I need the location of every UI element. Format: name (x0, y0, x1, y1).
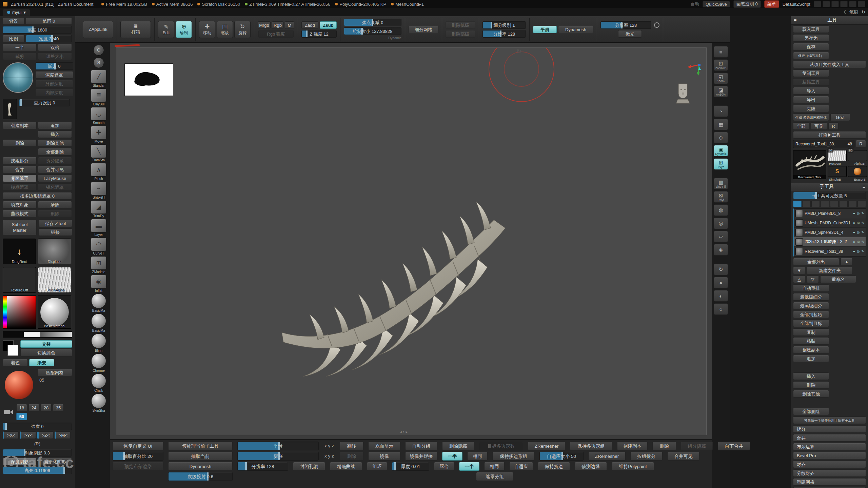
bottom-control[interactable]: 封闭孔洞 (293, 462, 325, 471)
subtool-action[interactable]: 粘贴 (793, 337, 829, 345)
bottom-control[interactable]: 合并可见 (667, 452, 699, 461)
paint-icon[interactable]: ✎ (862, 249, 864, 253)
brush-displace-thumbnail[interactable]: Displace (38, 239, 71, 264)
bottom-control[interactable]: 抽取百分比 20 (113, 452, 163, 461)
visibility-tab[interactable] (839, 201, 848, 207)
panel-control[interactable]: 裁剪 (3, 53, 37, 60)
bottom-control[interactable]: 双面显示 (368, 442, 400, 450)
bottom-control[interactable]: 相同 (484, 462, 505, 471)
viewport-toggle-icon[interactable]: ⊠ Polyf (714, 191, 728, 203)
bottom-control[interactable]: 自适应大小 50 (539, 452, 584, 461)
panel-control[interactable]: 追加 (38, 122, 72, 129)
subtool-item[interactable]: 2025.12.1 骷髅骑士2_2 ● ◎ ✎ (794, 237, 866, 247)
panel-control[interactable]: 范围 0 (26, 17, 72, 25)
sdiv-level-slider[interactable]: 细分级别 1 (482, 21, 526, 29)
panel-control[interactable]: 清除 (38, 201, 72, 208)
bottom-control[interactable]: 膨胀 (237, 452, 319, 461)
tool-palette-header[interactable]: ≡ 工具 (791, 16, 868, 25)
subtool-action[interactable]: 自动重排 (793, 284, 829, 292)
paint-icon[interactable]: ✎ (862, 230, 864, 234)
eye-icon[interactable]: ● (853, 230, 855, 234)
hue-strip[interactable] (3, 296, 7, 328)
zadd-button[interactable]: Zadd (301, 21, 318, 29)
panel-control[interactable]: 调整大小 (38, 53, 72, 60)
brush-opacity-button[interactable]: 画笔透明 0 (733, 0, 761, 8)
panel-control[interactable]: 扁平化阴影 (38, 458, 72, 465)
brush-slot[interactable]: BasicMa (89, 313, 108, 332)
lightbox-button[interactable]: ▦ 打箱 (120, 21, 151, 38)
subtool-action[interactable]: 追加 (793, 355, 829, 362)
canvas-scroll-indicator[interactable]: ◂▪▸ (400, 430, 409, 434)
axis-gizmo-icon[interactable] (687, 61, 702, 76)
viewport-toggle-icon[interactable]: ● (714, 277, 728, 288)
resolution-slider-1[interactable]: 分辨率 128 (482, 30, 526, 38)
bottom-control[interactable]: 预处理当前子工具 (168, 442, 233, 450)
texture-off-thumbnail[interactable]: Texture Off (3, 267, 36, 293)
focal-shift-slider[interactable]: 焦点衰减 0 (344, 19, 401, 26)
bottom-control[interactable]: 翻转 (340, 442, 363, 450)
rgb-intensity-slider[interactable]: Rgb 强度 (258, 30, 294, 38)
bottom-control[interactable]: 维持Polypaint (612, 462, 654, 471)
panel-control[interactable]: 深度遮罩 (35, 71, 73, 79)
brush-panel-label[interactable]: 笔刷 (849, 9, 858, 15)
panel-control[interactable]: LazyMouse (38, 175, 72, 182)
eye-icon[interactable]: ● (853, 221, 855, 225)
brush-slot[interactable]: ✚ Move (89, 126, 108, 143)
brush-slot[interactable]: ╱ Standar (89, 70, 108, 87)
paint-icon[interactable]: ✎ (862, 240, 864, 244)
panel-control[interactable]: 宽度 2240 (26, 35, 72, 42)
smooth-button[interactable]: 平滑 (533, 26, 557, 33)
panel-control[interactable]: >M< (55, 431, 71, 439)
save-ztool-button[interactable]: 保存 ZTool (39, 220, 72, 227)
draw-mode-button[interactable]: ⊕ 绘制 (176, 21, 192, 38)
viewport-toggle-icon[interactable]: ▨ Line Fill (714, 178, 728, 189)
default-zscript-label[interactable]: DefaultZScript (783, 2, 810, 7)
bottom-control[interactable]: 一半 (459, 462, 479, 471)
visibility-tab[interactable] (848, 201, 857, 207)
switch-color-alt-button[interactable]: 交替 (20, 340, 72, 348)
simple-brush-thumb[interactable]: S (828, 166, 847, 177)
quick-pick-2[interactable]: S (93, 57, 104, 68)
eye-all-icon[interactable]: ◎ (857, 221, 860, 225)
subtool-action[interactable]: 创建副本 (793, 346, 829, 353)
viewport-toggle-icon[interactable]: ◱ 100% (714, 73, 728, 84)
bottom-control[interactable]: 相同 (467, 452, 488, 461)
brush-slot[interactable]: SkinSha (89, 393, 108, 412)
bottom-control[interactable]: 保持多边形组 (492, 452, 535, 461)
bottom-control[interactable]: 镜像 (368, 452, 400, 461)
del-higher-button[interactable]: 删除高级 (446, 30, 475, 38)
panel-control[interactable]: 双倍 (38, 44, 72, 51)
panel-control[interactable]: 按多边形组遮罩 0 (3, 192, 72, 200)
subtool-action[interactable]: Bevel Pro (793, 452, 866, 459)
brush-slot[interactable]: BasicMa (89, 293, 108, 312)
tool-button[interactable]: 从项目文件载入工具 (793, 61, 866, 68)
bottom-control[interactable]: 镜像并焊接 (405, 452, 437, 461)
switch-colors-button[interactable]: 切换颜色 (20, 349, 72, 357)
eraser-brush-thumb[interactable] (848, 166, 867, 177)
subtool-action[interactable]: △ (793, 276, 805, 283)
panel-control[interactable]: 创建副本 (3, 122, 37, 129)
bottom-control[interactable]: Dynamesh (168, 462, 233, 471)
match-mesh-button[interactable]: 匹配网格 (37, 369, 72, 376)
saturation-value-square[interactable] (7, 296, 36, 328)
tool-button[interactable]: R (828, 122, 839, 130)
quicksave-button[interactable]: QuickSave (703, 1, 730, 7)
subtool-action[interactable]: 布尔运算 (793, 443, 866, 450)
bottom-control[interactable]: 自动分组 (405, 442, 437, 450)
brush-slot[interactable]: ◠ CurveT (89, 238, 108, 255)
bottom-control[interactable]: 恢复自定义 UI (113, 442, 163, 450)
panel-control[interactable]: 渐变 (29, 359, 54, 366)
subtool-visible-slider[interactable]: 子工具可见数量 5 (793, 192, 866, 199)
bottom-control[interactable]: 保持多边形组 (570, 442, 612, 450)
bottom-control[interactable]: 一半 (442, 452, 462, 461)
current-tool-thumbnail[interactable]: Recovered_Tool (793, 150, 826, 179)
brush-slot[interactable]: Chrome (89, 353, 108, 372)
panel-control[interactable]: 删除其他 (38, 139, 72, 147)
subtool-action[interactable]: ▼ (793, 267, 805, 274)
head-preview-icon[interactable] (675, 82, 691, 104)
color-picker[interactable] (3, 296, 36, 329)
brush-slot[interactable]: ⊞ ZModele (89, 256, 108, 274)
tool-button[interactable]: 打箱▶工具 (793, 131, 866, 139)
panel-control[interactable]: 嵌入 0 (35, 62, 73, 70)
subtool-action[interactable]: 复制 (793, 328, 829, 336)
